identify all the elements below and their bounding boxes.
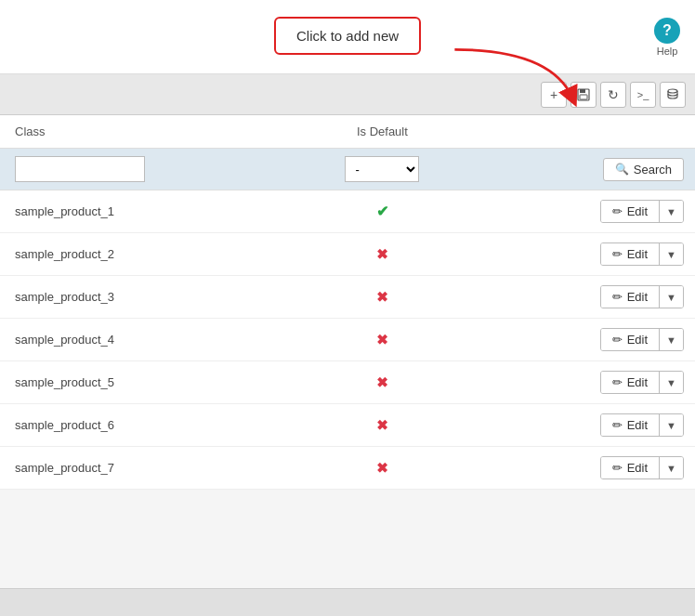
check-icon: ✔: [376, 203, 388, 219]
edit-label: Edit: [627, 247, 648, 261]
callout-box[interactable]: Click to add new: [274, 17, 421, 55]
edit-button-group: ✏ Edit ▼: [600, 285, 684, 308]
edit-label: Edit: [627, 375, 648, 389]
filter-class-cell: [0, 149, 278, 190]
pencil-icon: ✏: [612, 461, 623, 475]
edit-dropdown-button[interactable]: ▼: [660, 243, 683, 265]
column-header-default: Is Default: [278, 115, 486, 149]
edit-label: Edit: [627, 418, 648, 432]
pencil-icon: ✏: [612, 333, 623, 347]
edit-label: Edit: [627, 333, 648, 347]
save-toolbar-button[interactable]: [570, 82, 597, 108]
default-cell: ✔: [278, 190, 486, 233]
edit-button-group: ✏ Edit ▼: [600, 371, 684, 394]
actions-cell: ✏ Edit ▼: [487, 361, 695, 404]
edit-button[interactable]: ✏ Edit: [601, 243, 660, 265]
cross-icon: ✖: [376, 246, 388, 262]
edit-button[interactable]: ✏ Edit: [601, 201, 660, 222]
terminal-toolbar-button[interactable]: >_: [630, 82, 656, 108]
page-footer: [0, 588, 695, 616]
class-cell: sample_product_1: [0, 190, 278, 233]
cross-icon: ✖: [376, 289, 388, 305]
edit-button-group: ✏ Edit ▼: [600, 200, 684, 223]
default-cell: ✖: [278, 276, 486, 319]
data-table-container: Class Is Default - Yes No: [0, 115, 695, 490]
class-cell: sample_product_5: [0, 361, 278, 404]
table-row: sample_product_6✖ ✏ Edit ▼: [0, 404, 695, 447]
default-filter-select[interactable]: - Yes No: [345, 156, 419, 182]
edit-dropdown-button[interactable]: ▼: [660, 201, 683, 222]
table-header-row: Class Is Default: [0, 115, 695, 149]
actions-cell: ✏ Edit ▼: [487, 233, 695, 276]
edit-button-group: ✏ Edit ▼: [600, 242, 684, 266]
actions-cell: ✏ Edit ▼: [487, 190, 695, 233]
edit-button-group: ✏ Edit ▼: [600, 456, 684, 479]
svg-point-4: [668, 89, 677, 93]
default-cell: ✖: [278, 233, 486, 276]
default-cell: ✖: [278, 404, 486, 447]
edit-button-group: ✏ Edit ▼: [600, 328, 684, 351]
filter-row: - Yes No 🔍 Search: [0, 149, 695, 190]
column-header-class: Class: [0, 115, 278, 149]
filter-default-cell: - Yes No: [278, 149, 486, 190]
help-button[interactable]: ? Help: [654, 18, 680, 57]
svg-rect-3: [580, 95, 587, 99]
table-row: sample_product_4✖ ✏ Edit ▼: [0, 319, 695, 361]
toolbar: + ↻ >_: [0, 74, 695, 115]
cross-icon: ✖: [376, 374, 388, 390]
svg-rect-2: [580, 89, 585, 93]
class-cell: sample_product_7: [0, 447, 278, 490]
pencil-icon: ✏: [612, 418, 623, 432]
search-icon: 🔍: [615, 163, 629, 176]
edit-button[interactable]: ✏ Edit: [601, 457, 660, 478]
edit-dropdown-button[interactable]: ▼: [660, 457, 683, 478]
actions-cell: ✏ Edit ▼: [487, 447, 695, 490]
edit-dropdown-button[interactable]: ▼: [660, 414, 683, 436]
column-header-actions: [487, 115, 695, 149]
cross-icon: ✖: [376, 332, 388, 347]
edit-button[interactable]: ✏ Edit: [601, 329, 660, 350]
help-icon: ?: [654, 18, 680, 44]
edit-dropdown-button[interactable]: ▼: [660, 329, 683, 350]
class-cell: sample_product_4: [0, 319, 278, 361]
default-cell: ✖: [278, 361, 486, 404]
edit-button[interactable]: ✏ Edit: [601, 286, 660, 308]
refresh-toolbar-button[interactable]: ↻: [600, 82, 626, 108]
class-cell: sample_product_3: [0, 276, 278, 319]
callout-text: Click to add new: [296, 28, 399, 44]
actions-cell: ✏ Edit ▼: [487, 276, 695, 319]
edit-button-group: ✏ Edit ▼: [600, 413, 684, 437]
edit-label: Edit: [627, 290, 648, 304]
search-label: Search: [634, 163, 672, 177]
top-bar: Click to add new ? Help: [0, 0, 695, 74]
edit-dropdown-button[interactable]: ▼: [660, 286, 683, 308]
help-label: Help: [657, 46, 678, 57]
data-table: Class Is Default - Yes No: [0, 115, 695, 490]
edit-button[interactable]: ✏ Edit: [601, 372, 660, 393]
search-button[interactable]: 🔍 Search: [603, 158, 684, 181]
pencil-icon: ✏: [612, 204, 623, 218]
table-row: sample_product_1✔ ✏ Edit ▼: [0, 190, 695, 233]
table-row: sample_product_2✖ ✏ Edit ▼: [0, 233, 695, 276]
edit-label: Edit: [627, 461, 648, 475]
table-row: sample_product_5✖ ✏ Edit ▼: [0, 361, 695, 404]
table-row: sample_product_7✖ ✏ Edit ▼: [0, 447, 695, 490]
table-row: sample_product_3✖ ✏ Edit ▼: [0, 276, 695, 319]
pencil-icon: ✏: [612, 247, 623, 261]
edit-label: Edit: [627, 204, 648, 218]
database-toolbar-button[interactable]: [660, 82, 686, 108]
class-filter-input[interactable]: [15, 156, 145, 182]
default-cell: ✖: [278, 319, 486, 361]
edit-dropdown-button[interactable]: ▼: [660, 372, 683, 393]
pencil-icon: ✏: [612, 290, 623, 304]
pencil-icon: ✏: [612, 375, 623, 389]
default-cell: ✖: [278, 447, 486, 490]
cross-icon: ✖: [376, 417, 388, 433]
cross-icon: ✖: [376, 460, 388, 476]
class-cell: sample_product_2: [0, 233, 278, 276]
actions-cell: ✏ Edit ▼: [487, 404, 695, 447]
actions-cell: ✏ Edit ▼: [487, 319, 695, 361]
edit-button[interactable]: ✏ Edit: [601, 414, 660, 436]
class-cell: sample_product_6: [0, 404, 278, 447]
add-toolbar-button[interactable]: +: [541, 82, 567, 108]
